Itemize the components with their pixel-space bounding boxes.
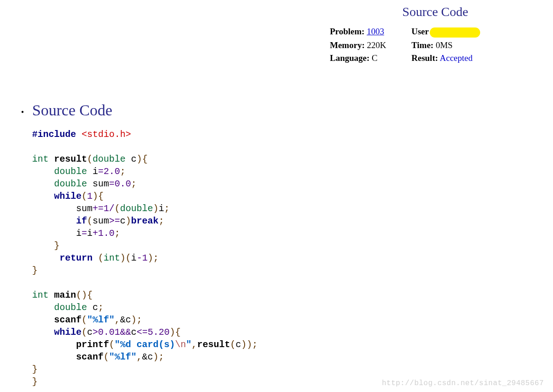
memory-value: 220K xyxy=(367,40,386,50)
language-value: C xyxy=(372,53,378,63)
time-label: Time: xyxy=(411,40,433,50)
memory-cell: Memory: 220K xyxy=(330,40,408,50)
problem-link[interactable]: 1003 xyxy=(367,27,384,36)
time-value: 0MS xyxy=(436,40,453,50)
var-c: c xyxy=(93,302,98,313)
var-i: i xyxy=(76,228,82,239)
fn-scanf: scanf xyxy=(76,352,104,362)
str-card-a: "%d card(s) xyxy=(115,339,175,350)
num-1: 1 xyxy=(142,253,148,263)
source-code-block: #include <stdio.h> int result(double c){… xyxy=(32,128,257,388)
num-1: 1 xyxy=(87,191,93,201)
fn-printf: printf xyxy=(76,339,109,350)
var-i: i xyxy=(159,203,164,214)
kw-if: if xyxy=(76,216,87,226)
kw-break: break xyxy=(131,216,159,226)
var-sum: sum xyxy=(93,179,109,189)
cast-double: double xyxy=(120,203,153,214)
var-i: i xyxy=(93,166,98,177)
var-sum: sum xyxy=(93,216,109,226)
num-2-0: 2.0 xyxy=(104,166,120,177)
user-label: User xyxy=(411,27,429,36)
str-lf: "%lf" xyxy=(87,315,115,325)
num-5-20: 5.20 xyxy=(148,327,170,338)
language-cell: Language: C xyxy=(330,53,408,63)
num-0-0: 0.0 xyxy=(115,179,131,189)
fn-result: result xyxy=(54,154,87,164)
cast-int: int xyxy=(104,253,120,263)
var-sum: sum xyxy=(76,203,93,214)
language-label: Language: xyxy=(330,53,370,63)
var-c: c xyxy=(235,339,241,350)
kw-while: while xyxy=(54,327,82,338)
meta-grid: Problem: 1003 User Memory: 220K Time: 0M… xyxy=(330,27,541,63)
var-c: c xyxy=(120,216,126,226)
num-1-0: 1.0 xyxy=(98,228,115,239)
kw-return: return xyxy=(60,253,93,263)
fn-main: main xyxy=(54,290,76,300)
user-cell: User xyxy=(411,27,503,38)
time-cell: Time: 0MS xyxy=(411,40,503,50)
bullet-icon: • xyxy=(21,108,24,117)
watermark-text: http://blog.csdn.net/sinat_29485667 xyxy=(382,379,544,387)
section-title: Source Code xyxy=(32,102,112,119)
pp-include: #include xyxy=(32,129,76,140)
var-c: c xyxy=(131,327,137,338)
kw-while: while xyxy=(54,191,82,201)
num-1: 1 xyxy=(104,203,109,214)
str-lf: "%lf" xyxy=(109,352,137,362)
str-card-b: " xyxy=(186,339,192,350)
var-i: i xyxy=(87,228,93,239)
submission-meta: Source Code Problem: 1003 User Memory: 2… xyxy=(330,5,541,63)
var-i: i xyxy=(131,253,137,263)
include-header: <stdio.h> xyxy=(82,129,131,140)
amp-c: &c xyxy=(120,315,131,325)
var-c: c xyxy=(131,154,137,164)
memory-label: Memory: xyxy=(330,40,365,50)
type-int: int xyxy=(32,154,49,164)
fn-scanf: scanf xyxy=(54,315,82,325)
type-double: double xyxy=(93,154,126,164)
num-0-01: 0.01 xyxy=(98,327,120,338)
var-c: c xyxy=(87,327,93,338)
type-double: double xyxy=(54,179,87,189)
section-heading-row: • Source Code xyxy=(21,102,112,119)
result-label: Result: xyxy=(411,53,438,63)
user-redacted xyxy=(430,27,480,38)
header-title: Source Code xyxy=(330,5,541,19)
fn-result-call: result xyxy=(197,339,230,350)
str-esc-n: \n xyxy=(175,339,186,350)
type-double: double xyxy=(54,166,87,177)
result-cell: Result: Accepted xyxy=(411,53,503,63)
amp-c: &c xyxy=(142,352,153,362)
problem-label: Problem: xyxy=(330,27,365,36)
type-int: int xyxy=(32,290,49,300)
result-value: Accepted xyxy=(440,53,473,63)
type-double: double xyxy=(54,302,87,313)
problem-cell: Problem: 1003 xyxy=(330,27,408,38)
